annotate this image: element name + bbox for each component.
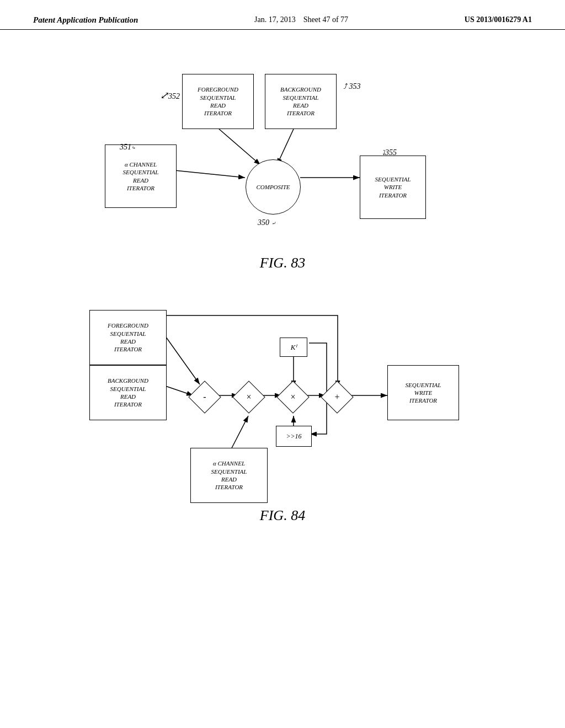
fig83-alpha-box: α CHANNEL SEQUENTIAL READ ITERATOR <box>105 144 177 208</box>
fig83-write-box: SEQUENTIAL WRITE ITERATOR <box>360 156 426 219</box>
page-content: FOREGROUND SEQUENTIAL READ ITERATOR ⤢352… <box>0 35 565 540</box>
fig84-write-box: SEQUENTIAL WRITE ITERATOR <box>387 365 459 420</box>
fig83-background-box: BACKGROUND SEQUENTIAL READ ITERATOR <box>265 74 337 129</box>
fig84-ki-box: Kᴵ <box>280 338 307 357</box>
fig83-composite-circle: COMPOSITE <box>246 159 301 215</box>
fig84-diagram: FOREGROUND SEQUENTIAL READ ITERATOR BACK… <box>73 293 492 503</box>
fig84-label: FIG. 84 <box>33 507 532 524</box>
fig84-shift-box: >>16 <box>276 426 312 447</box>
fig84-plus-label: + <box>326 386 349 409</box>
fig83-ref-351: 351⤷ <box>120 143 136 152</box>
header-date-sheet: Jan. 17, 2013 Sheet 47 of 77 <box>254 15 348 24</box>
fig83-ref-355: ⤵355 <box>382 148 397 157</box>
header-patent-number: US 2013/0016279 A1 <box>465 15 532 24</box>
fig84-multiply2-label: × <box>281 386 305 409</box>
fig84-background-box: BACKGROUND SEQUENTIAL READ ITERATOR <box>89 365 167 420</box>
fig83-foreground-box: FOREGROUND SEQUENTIAL READ ITERATOR <box>182 74 254 129</box>
fig83-label: FIG. 83 <box>33 255 532 271</box>
fig84-minus-label: - <box>193 386 216 409</box>
fig83-ref-352: ⤢352 <box>160 89 180 101</box>
header-date: Jan. 17, 2013 <box>254 15 296 24</box>
fig83-ref-350: 350 ⤶ <box>258 218 276 227</box>
page-header: Patent Application Publication Jan. 17, … <box>0 0 565 30</box>
fig83-ref-353: ⤴ 353 <box>343 82 361 91</box>
header-publication-label: Patent Application Publication <box>33 15 138 25</box>
fig84-foreground-box: FOREGROUND SEQUENTIAL READ ITERATOR <box>89 310 167 365</box>
fig84-alpha-box: α CHANNEL SEQUENTIAL READ ITERATOR <box>190 448 268 503</box>
fig84-multiply1-label: × <box>237 386 260 409</box>
fig83-diagram: FOREGROUND SEQUENTIAL READ ITERATOR ⤢352… <box>89 63 476 250</box>
header-sheet: Sheet 47 of 77 <box>303 15 348 24</box>
